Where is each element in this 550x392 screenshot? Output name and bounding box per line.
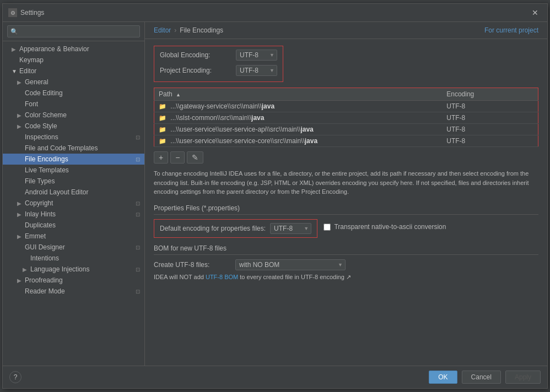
note-prefix: IDEA will NOT add: [154, 274, 206, 280]
props-encoding-select[interactable]: UTF-8: [270, 223, 311, 234]
search-icon: 🔍: [10, 28, 18, 35]
add-button[interactable]: +: [154, 151, 168, 164]
ok-button[interactable]: OK: [429, 371, 457, 384]
sidebar-item-label: Color Scheme: [25, 111, 67, 119]
table-row[interactable]: 📁 ...\\slst-common\\src\\main\\java UTF-…: [154, 112, 538, 124]
global-encoding-select[interactable]: UTF-8: [236, 50, 277, 61]
path-cell: 📁 ...\\gateway-service\\src\\main\\java: [154, 101, 443, 112]
sidebar-item-label: Inlay Hints: [25, 210, 56, 218]
note-suffix: to every created file in UTF-8 encoding …: [238, 274, 351, 280]
folder-icon: 📁: [159, 138, 166, 144]
arrow-icon: ▶: [23, 266, 28, 273]
folder-icon: 📁: [159, 115, 166, 121]
sidebar-item-inlay-hints[interactable]: ▶ Inlay Hints ⊡: [3, 209, 144, 220]
sidebar-item-label: File Encodings: [25, 155, 68, 163]
global-encoding-select-wrapper: UTF-8 ▼: [236, 50, 277, 61]
dialog-body: 🔍 ▶ Appearance & Behavior Keymap ▼: [3, 22, 547, 366]
badge-icon: ⊡: [136, 244, 140, 251]
badge-icon: ⊡: [136, 211, 140, 217]
sidebar-item-label: GUI Designer: [25, 243, 65, 251]
sidebar-item-label: Intentions: [30, 254, 59, 262]
sidebar-item-file-types[interactable]: File Types: [3, 176, 144, 187]
sidebar-item-label: Editor: [19, 67, 36, 75]
sidebar-item-gui-designer[interactable]: GUI Designer ⊡: [3, 242, 144, 253]
sidebar-item-file-encodings[interactable]: File Encodings ⊡: [3, 154, 144, 165]
sidebar-item-live-templates[interactable]: Live Templates: [3, 165, 144, 176]
bom-select[interactable]: with NO BOM with BOM: [235, 259, 346, 270]
sidebar-item-font[interactable]: Font: [3, 99, 144, 110]
sidebar-item-label: Font: [25, 100, 38, 108]
title-bar-left: ⚙ Settings: [8, 8, 44, 17]
bom-section-title: BOM for new UTF-8 files: [154, 244, 538, 255]
badge-icon: ⊡: [136, 134, 140, 140]
footer-right: OK Cancel Apply: [429, 371, 541, 384]
encoding-top-box: Global Encoding: UTF-8 ▼ Project Encodin…: [154, 46, 283, 82]
transparent-checkbox[interactable]: [323, 224, 331, 231]
help-button[interactable]: ?: [9, 371, 21, 383]
project-encoding-select[interactable]: UTF-8: [236, 65, 277, 76]
search-input[interactable]: [7, 25, 140, 37]
table-row[interactable]: 📁 ...\\user-service\\user-service-core\\…: [154, 135, 538, 147]
global-encoding-row: Global Encoding: UTF-8 ▼: [160, 50, 277, 61]
path-cell: 📁 ...\\user-service\\user-service-core\\…: [154, 135, 443, 147]
project-encoding-row: Project Encoding: UTF-8 ▼: [160, 65, 277, 76]
dialog-footer: ? OK Cancel Apply: [3, 366, 547, 388]
transparent-label: Transparent native-to-ascii conversion: [334, 223, 446, 231]
sidebar-item-code-editing[interactable]: Code Editing: [3, 88, 144, 99]
arrow-icon: ▶: [17, 200, 23, 206]
sidebar-item-intentions[interactable]: Intentions: [3, 253, 144, 264]
info-text: To change encoding IntelliJ IDEA uses fo…: [154, 169, 538, 197]
sidebar-item-file-code-templates[interactable]: File and Code Templates: [3, 143, 144, 154]
arrow-icon: ▶: [17, 277, 23, 284]
sidebar-item-editor[interactable]: ▼ Editor: [3, 66, 144, 77]
encoding-cell: UTF-8: [442, 124, 538, 135]
edit-button[interactable]: ✎: [187, 151, 203, 164]
sidebar-item-label: File and Code Templates: [25, 144, 98, 152]
title-bar: ⚙ Settings ✕: [3, 4, 547, 22]
sidebar-item-emmet[interactable]: ▶ Emmet: [3, 231, 144, 242]
global-encoding-label: Global Encoding:: [160, 51, 231, 59]
path-cell: 📁 ...\\user-service\\user-service-api\\s…: [154, 124, 443, 135]
sidebar-item-keymap[interactable]: Keymap: [3, 55, 144, 66]
apply-button[interactable]: Apply: [505, 371, 541, 384]
sort-arrow-icon: ▲: [176, 92, 181, 97]
breadcrumb-parent[interactable]: Editor: [154, 26, 171, 34]
sidebar-item-label: Android Layout Editor: [25, 188, 88, 196]
sidebar-item-label: Keymap: [19, 56, 44, 64]
close-button[interactable]: ✕: [529, 7, 542, 18]
cancel-button[interactable]: Cancel: [462, 371, 501, 384]
sidebar-item-label: Appearance & Behavior: [19, 45, 89, 53]
sidebar-item-label: Copyright: [25, 199, 53, 207]
sidebar-item-general[interactable]: ▶ General: [3, 77, 144, 88]
sidebar-item-code-style[interactable]: ▶ Code Style: [3, 121, 144, 132]
table-row[interactable]: 📁 ...\\gateway-service\\src\\main\\java …: [154, 101, 538, 112]
table-toolbar: + − ✎: [154, 151, 538, 164]
sidebar-item-appearance[interactable]: ▶ Appearance & Behavior: [3, 43, 144, 55]
sidebar-item-reader-mode[interactable]: Reader Mode ⊡: [3, 286, 144, 297]
sidebar-item-label: File Types: [25, 177, 55, 185]
sidebar-item-android-layout-editor[interactable]: Android Layout Editor: [3, 187, 144, 198]
content-area: Global Encoding: UTF-8 ▼ Project Encodin…: [145, 39, 547, 366]
search-box: 🔍: [3, 22, 144, 41]
sidebar-item-proofreading[interactable]: ▶ Proofreading: [3, 275, 144, 286]
sidebar-item-language-injections[interactable]: ▶ Language Injections ⊡: [3, 264, 144, 275]
remove-button[interactable]: −: [170, 151, 185, 164]
project-link[interactable]: For current project: [484, 26, 538, 34]
encoding-column-header: Encoding: [442, 88, 538, 101]
folder-icon: 📁: [159, 103, 166, 110]
sidebar-item-inspections[interactable]: Inspections ⊡: [3, 132, 144, 143]
sidebar-item-color-scheme[interactable]: ▶ Color Scheme: [3, 110, 144, 121]
path-column-header: Path ▲: [154, 88, 443, 101]
properties-box: Default encoding for properties files: U…: [154, 219, 317, 238]
project-encoding-select-wrapper: UTF-8 ▼: [236, 65, 277, 76]
sidebar-item-label: Inspections: [25, 133, 58, 141]
sidebar-item-label: Reader Mode: [25, 287, 65, 295]
table-row[interactable]: 📁 ...\\user-service\\user-service-api\\s…: [154, 124, 538, 135]
sidebar-item-copyright[interactable]: ▶ Copyright ⊡: [3, 198, 144, 209]
tree: ▶ Appearance & Behavior Keymap ▼ Editor …: [3, 41, 144, 366]
arrow-icon: ▶: [17, 211, 23, 217]
sidebar-item-label: Emmet: [25, 232, 46, 240]
sidebar-item-duplicates[interactable]: Duplicates: [3, 220, 144, 231]
note-highlight: UTF-8 BOM: [206, 274, 238, 280]
encoding-cell: UTF-8: [442, 101, 538, 112]
